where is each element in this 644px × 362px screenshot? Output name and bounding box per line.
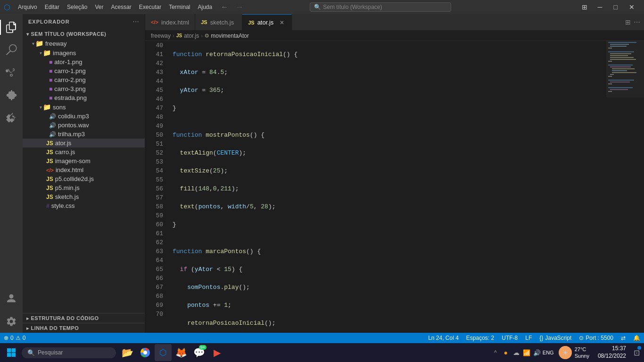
title-search-text: Sem título (Workspace) (323, 4, 382, 10)
start-button[interactable] (2, 344, 21, 361)
tree-item-carro1-png[interactable]: ■ carro-1.png (23, 66, 145, 75)
section-label: LINHA DO TEMPO (31, 325, 79, 331)
menu-arquivo[interactable]: Arquivo (14, 2, 41, 12)
tab-close-button[interactable]: ✕ (278, 19, 286, 26)
tray-lang-icon[interactable]: ENG (543, 348, 554, 357)
activity-explorer[interactable] (0, 16, 23, 39)
tree-item-label: p5.min.js (55, 184, 80, 191)
activity-extensions[interactable] (0, 107, 23, 129)
sidebar-more-button[interactable]: ⋯ (132, 18, 139, 25)
activity-settings[interactable] (0, 310, 23, 333)
tray-volume-icon[interactable]: 🔊 (532, 348, 542, 357)
activity-search[interactable] (0, 39, 23, 61)
tree-item-sketch-js[interactable]: JS sketch.js (23, 192, 145, 201)
window-maximize-button[interactable]: □ (608, 2, 623, 12)
tree-item-ator-png[interactable]: ■ ator-1.png (23, 58, 145, 66)
code-structure-section[interactable]: ▸ ESTRUTURA DO CÓDIGO (23, 313, 145, 323)
status-port[interactable]: ⊙ Port : 5500 (575, 333, 617, 343)
tree-item-p5collide[interactable]: JS p5.collide2d.js (23, 174, 145, 183)
code-editor[interactable]: 40 41 42 43 44 45 46 47 48 49 50 51 52 5… (145, 41, 606, 333)
menu-editar[interactable]: Editar (41, 2, 63, 12)
tree-item-label: estrada.png (54, 94, 87, 101)
menu-ver[interactable]: Ver (91, 2, 107, 12)
breadcrumb-item-movimenta[interactable]: movimentaAtor (211, 33, 249, 39)
sidebar-header: EXPLORADOR ⋯ (23, 14, 145, 29)
weather-widget[interactable]: ☀ 27°C Sunny (555, 346, 593, 360)
tray-orange-icon[interactable]: ● (501, 348, 511, 357)
sidebar-title: EXPLORADOR (28, 19, 70, 25)
tree-item-p5min[interactable]: JS p5.min.js (23, 183, 145, 192)
window-close-button[interactable]: ✕ (623, 2, 640, 12)
tree-item-sons[interactable]: ▾ 📁 sons (23, 102, 145, 112)
window-minimize-button[interactable]: ─ (592, 2, 608, 12)
tray-show-hidden[interactable]: ^ (491, 348, 500, 357)
workspace-header[interactable]: ▾ SEM TÍTULO (WORKSPACE) (23, 29, 145, 39)
activity-accounts[interactable] (0, 288, 23, 310)
status-ln-col[interactable]: Ln 24, Col 4 (424, 333, 462, 343)
weather-info: 27°C Sunny (575, 346, 589, 360)
taskbar-firefox-icon[interactable]: 🦊 (173, 344, 190, 361)
code-lines[interactable]: function retornaPosicaoInicial() { xAtor… (169, 41, 606, 333)
activity-run-debug[interactable] (0, 84, 23, 107)
taskbar-whatsapp-icon[interactable]: 💬 9+ (190, 344, 207, 361)
menu-executar[interactable]: Executar (135, 2, 165, 12)
search-label: Pesquisar (38, 349, 63, 356)
status-line-ending[interactable]: LF (521, 333, 536, 343)
tree-item-index-html[interactable]: </> index.html (23, 165, 145, 174)
tree-item-carro2-png[interactable]: ■ carro-2.png (23, 75, 145, 84)
activity-source-control[interactable] (0, 61, 23, 84)
tray-wifi-icon[interactable]: 📶 (522, 348, 531, 357)
folder-icon: 📁 (35, 40, 43, 47)
tree-item-carro3-png[interactable]: ■ carro-3.png (23, 84, 145, 93)
status-language[interactable]: {} JavaScript (536, 333, 575, 343)
svg-rect-23 (606, 41, 644, 98)
breadcrumb-item-freeway[interactable]: freeway (151, 33, 171, 39)
tree-item-freeway[interactable]: ▾ 📁 freeway (23, 39, 145, 48)
title-search-box[interactable]: 🔍 Sem título (Workspace) (310, 2, 451, 12)
tab-index-html[interactable]: </> index.html (145, 14, 195, 30)
status-notification[interactable]: 🔔 (629, 333, 644, 343)
tree-item-colidiu-mp3[interactable]: 🔊 colidiu.mp3 (23, 112, 145, 121)
code-line: function retornaPosicaoInicial() { (173, 50, 606, 59)
tree-item-imagens[interactable]: ▾ 📁 imagens (23, 48, 145, 58)
clock[interactable]: 15:37 08/12/2022 (594, 345, 630, 360)
tab-sketch-js[interactable]: JS sketch.js (195, 14, 242, 30)
more-actions-button[interactable]: ⋯ (634, 18, 640, 26)
tray-cloud-icon[interactable]: ☁ (512, 348, 521, 357)
tree-item-style-css[interactable]: # style.css (23, 201, 145, 210)
split-editor-button[interactable]: ⊞ (625, 18, 631, 26)
taskbar-chrome-icon[interactable] (137, 344, 154, 361)
tree-item-pontos-wav[interactable]: 🔊 pontos.wav (23, 121, 145, 130)
menu-selecao[interactable]: Seleção (63, 2, 91, 12)
notification-center-button[interactable]: ⊡ (631, 344, 642, 361)
taskbar-vscode-icon[interactable]: ⬡ (155, 344, 172, 361)
tree-item-trilha-mp3[interactable]: 🔊 trilha.mp3 (23, 130, 145, 139)
menu-terminal[interactable]: Terminal (165, 2, 194, 12)
tree-item-imagem-som[interactable]: JS imagem-som (23, 156, 145, 165)
tree-item-ator-js[interactable]: JS ator.js (23, 139, 145, 148)
status-spaces[interactable]: Espaços: 2 (462, 333, 498, 343)
nav-forward-button[interactable]: → (233, 2, 246, 12)
status-encoding[interactable]: UTF-8 (498, 333, 521, 343)
tree-item-estrada-png[interactable]: ■ estrada.png (23, 93, 145, 102)
code-line: text(pontos, width/5, 28); (173, 202, 606, 211)
time-display: 15:37 (598, 345, 626, 353)
code-line: if (yAtor < 15) { (173, 265, 606, 274)
menu-ajuda[interactable]: Ajuda (194, 2, 216, 12)
taskbar-music-icon[interactable]: ▶ (208, 344, 225, 361)
tree-item-carro-js[interactable]: JS carro.js (23, 148, 145, 156)
js-tab-icon: JS (248, 20, 254, 25)
menu-acessar[interactable]: Acessar (107, 2, 135, 12)
breadcrumb-item-ator-js[interactable]: ator.js (184, 33, 199, 39)
timeline-section[interactable]: ▸ LINHA DO TEMPO (23, 323, 145, 333)
accounts-icon (6, 293, 17, 304)
status-errors[interactable]: ⊗ 0 ⚠ 0 (0, 333, 29, 343)
code-line: textAlign(CENTER); (173, 148, 606, 157)
layout-toggle-button[interactable]: ⊞ (577, 2, 592, 12)
status-remote[interactable]: ⇄ (617, 333, 629, 343)
nav-back-button[interactable]: ← (218, 2, 231, 12)
taskbar-search[interactable]: 🔍 Pesquisar (22, 347, 116, 358)
weather-sun-icon: ☀ (559, 346, 572, 359)
tab-ator-js[interactable]: JS ator.js ✕ (242, 14, 292, 30)
taskbar-files-icon[interactable]: 📂 (119, 344, 136, 361)
